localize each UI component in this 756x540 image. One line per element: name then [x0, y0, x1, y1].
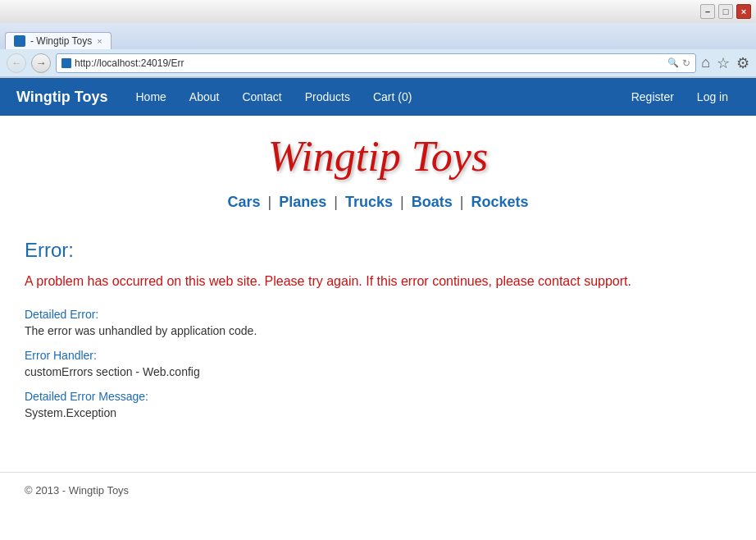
nav-links: Home About Contact Products Cart (0): [125, 80, 424, 113]
nav-about[interactable]: About: [178, 80, 231, 113]
category-nav: Cars | Planes | Trucks | Boats | Rockets: [25, 194, 731, 211]
detailed-error-value: The error was unhandled by application c…: [25, 324, 731, 337]
favorites-icon[interactable]: ☆: [717, 54, 730, 72]
sep-1: |: [268, 194, 272, 210]
toolbar-icons: ⌂ ☆ ⚙: [701, 54, 749, 72]
error-message-label: Detailed Error Message:: [25, 390, 731, 403]
refresh-icon[interactable]: ↻: [682, 57, 690, 69]
category-boats[interactable]: Boats: [412, 194, 453, 210]
tab-title: - Wingtip Toys: [30, 35, 92, 47]
error-message-value: System.Exception: [25, 406, 731, 419]
tab-close-icon[interactable]: ×: [97, 36, 102, 46]
sep-4: |: [460, 194, 464, 210]
category-rockets[interactable]: Rockets: [471, 194, 528, 210]
url-search-icon[interactable]: 🔍: [667, 57, 679, 68]
restore-button[interactable]: □: [718, 4, 733, 19]
main-content: Wingtip Toys Cars | Planes | Trucks | Bo…: [0, 116, 756, 455]
category-planes[interactable]: Planes: [279, 194, 326, 210]
nav-register[interactable]: Register: [620, 80, 685, 113]
footer-text: © 2013 - Wingtip Toys: [25, 484, 129, 497]
browser-tab[interactable]: - Wingtip Toys ×: [5, 32, 112, 49]
url-box[interactable]: http://localhost:24019/Err 🔍 ↻: [56, 53, 696, 73]
nav-cart[interactable]: Cart (0): [362, 80, 423, 113]
settings-icon[interactable]: ⚙: [736, 54, 749, 72]
home-icon[interactable]: ⌂: [701, 54, 710, 71]
url-favicon-icon: [61, 58, 71, 68]
tab-bar: - Wingtip Toys ×: [0, 23, 756, 49]
minimize-button[interactable]: –: [700, 4, 715, 19]
navbar-brand[interactable]: Wingtip Toys: [16, 89, 108, 106]
sep-3: |: [400, 194, 404, 210]
category-trucks[interactable]: Trucks: [345, 194, 393, 210]
sep-2: |: [334, 194, 338, 210]
forward-button[interactable]: →: [31, 53, 51, 73]
address-bar: ← → http://localhost:24019/Err 🔍 ↻ ⌂ ☆ ⚙: [0, 49, 756, 77]
close-button[interactable]: ×: [736, 4, 751, 19]
error-heading: Error:: [25, 239, 731, 262]
footer: © 2013 - Wingtip Toys: [0, 472, 756, 508]
site-title: Wingtip Toys: [25, 132, 731, 181]
error-message: A problem has occurred on this web site.…: [25, 272, 731, 291]
nav-contact[interactable]: Contact: [230, 80, 293, 113]
title-bar: – □ ×: [0, 0, 756, 23]
url-text: http://localhost:24019/Err: [75, 57, 664, 69]
tab-favicon: [14, 35, 25, 47]
error-handler-value: customErrors section - Web.config: [25, 365, 731, 378]
error-handler-label: Error Handler:: [25, 349, 731, 362]
category-cars[interactable]: Cars: [227, 194, 260, 210]
navbar: Wingtip Toys Home About Contact Products…: [0, 78, 756, 116]
nav-home[interactable]: Home: [125, 80, 178, 113]
detailed-error-label: Detailed Error:: [25, 308, 731, 321]
nav-products[interactable]: Products: [294, 80, 362, 113]
nav-right: Register Log in: [620, 80, 740, 113]
error-section: Error: A problem has occurred on this we…: [25, 231, 731, 439]
nav-login[interactable]: Log in: [685, 80, 740, 113]
window-chrome: – □ × - Wingtip Toys × ← → http://localh…: [0, 0, 756, 78]
back-button[interactable]: ←: [7, 53, 26, 73]
